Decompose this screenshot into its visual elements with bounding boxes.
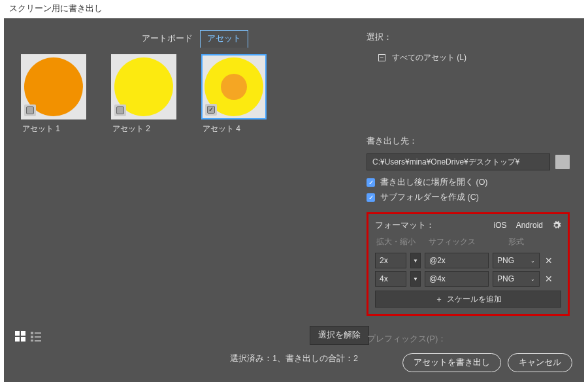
scale-row: 4x ▼ @4x PNG⌄ ✕ (375, 271, 561, 287)
format-tab-android[interactable]: Android (516, 221, 543, 230)
selection-label: 選択： (367, 31, 570, 43)
bottom-bar: 選択を解除 プレフィックス(P)： 選択済み：1、書き出しの合計：2 アセットを… (4, 332, 584, 382)
col-format: 形式 (508, 236, 554, 247)
add-scale-button[interactable]: ＋ スケールを追加 (375, 291, 561, 308)
format-select[interactable]: PNG⌄ (493, 253, 540, 268)
gear-icon[interactable] (552, 221, 561, 230)
add-scale-label: スケールを追加 (447, 294, 502, 305)
collapse-icon[interactable]: − (378, 54, 385, 61)
window-title: スクリーン用に書き出し (0, 0, 588, 18)
list-view-icon[interactable] (30, 330, 42, 342)
suffix-input[interactable]: @4x (425, 271, 489, 287)
tab-artboards[interactable]: アートボード (135, 30, 200, 48)
export-dialog: アートボード アセット アセット 1 (4, 18, 584, 382)
svg-rect-13 (35, 340, 41, 342)
svg-rect-4 (15, 331, 20, 336)
select-all-assets[interactable]: すべてのアセット (L) (392, 52, 466, 63)
remove-row-icon[interactable]: ✕ (544, 255, 554, 266)
col-scale: 拡大・縮小 (376, 236, 422, 247)
chevron-down-icon: ⌄ (531, 276, 535, 282)
plus-icon: ＋ (435, 294, 443, 305)
scale-row: 2x ▼ @2x PNG⌄ ✕ (375, 253, 561, 268)
asset-checkbox[interactable] (24, 104, 36, 116)
asset-label: アセット 4 (201, 123, 272, 135)
asset-thumb[interactable] (21, 54, 86, 119)
svg-rect-6 (15, 337, 20, 342)
svg-rect-12 (31, 340, 33, 342)
format-label: フォーマット： (375, 219, 434, 231)
format-tab-ios[interactable]: iOS (494, 221, 507, 230)
format-select[interactable]: PNG⌄ (493, 271, 540, 287)
asset-label: アセット 2 (111, 123, 182, 135)
create-subfolder-label: サブフォルダーを作成 (C) (380, 192, 479, 203)
asset-item[interactable]: アセット 4 (201, 54, 272, 135)
grid-view-icon[interactable] (14, 330, 26, 342)
asset-label: アセット 1 (21, 123, 91, 135)
svg-rect-9 (35, 332, 41, 334)
format-value: PNG (497, 256, 514, 265)
destination-path-input[interactable] (367, 153, 550, 170)
folder-icon[interactable] (555, 155, 570, 169)
open-after-label: 書き出し後に場所を開く (O) (380, 177, 488, 188)
svg-rect-11 (35, 336, 41, 338)
export-button[interactable]: アセットを書き出し (402, 353, 501, 372)
remove-row-icon[interactable]: ✕ (544, 274, 554, 284)
deselect-button[interactable]: 選択を解除 (310, 326, 369, 345)
asset-item[interactable]: アセット 2 (111, 54, 182, 135)
chevron-down-icon: ▼ (413, 276, 418, 282)
svg-rect-7 (21, 337, 25, 342)
asset-item[interactable]: アセット 1 (21, 54, 91, 135)
scale-value[interactable]: 2x (375, 253, 406, 268)
right-pane: 選択： − すべてのアセット (L) 書き出し先： 書き出し後に場所を開く (O… (363, 30, 570, 382)
suffix-input[interactable]: @2x (425, 253, 489, 268)
asset-grid: アセット 1 アセット 2 (20, 52, 363, 135)
col-suffix: サフィックス (429, 236, 502, 247)
chevron-down-icon: ▼ (413, 258, 418, 264)
chevron-down-icon: ⌄ (531, 258, 535, 264)
asset-thumb[interactable] (201, 54, 267, 119)
asset-checkbox[interactable] (114, 104, 126, 116)
format-value: PNG (497, 274, 514, 283)
svg-rect-5 (21, 331, 25, 336)
svg-rect-10 (31, 336, 33, 338)
format-panel: フォーマット： iOS Android 拡大・縮小 サフィックス 形式 2x ▼ (367, 212, 570, 316)
create-subfolder-checkbox[interactable] (367, 193, 375, 202)
scale-dropdown-icon[interactable]: ▼ (410, 253, 421, 268)
asset-checkbox[interactable] (205, 104, 217, 116)
svg-rect-8 (31, 332, 33, 334)
scale-value[interactable]: 4x (375, 271, 406, 287)
destination-label: 書き出し先： (367, 135, 570, 147)
prefix-label: プレフィックス(P)： (367, 333, 446, 345)
scale-dropdown-icon[interactable]: ▼ (410, 271, 421, 287)
svg-point-3 (221, 74, 247, 100)
cancel-button[interactable]: キャンセル (508, 353, 572, 372)
tab-assets[interactable]: アセット (200, 30, 248, 48)
open-after-checkbox[interactable] (367, 178, 375, 187)
asset-thumb[interactable] (111, 54, 176, 119)
tabs: アートボード アセット (20, 30, 363, 48)
